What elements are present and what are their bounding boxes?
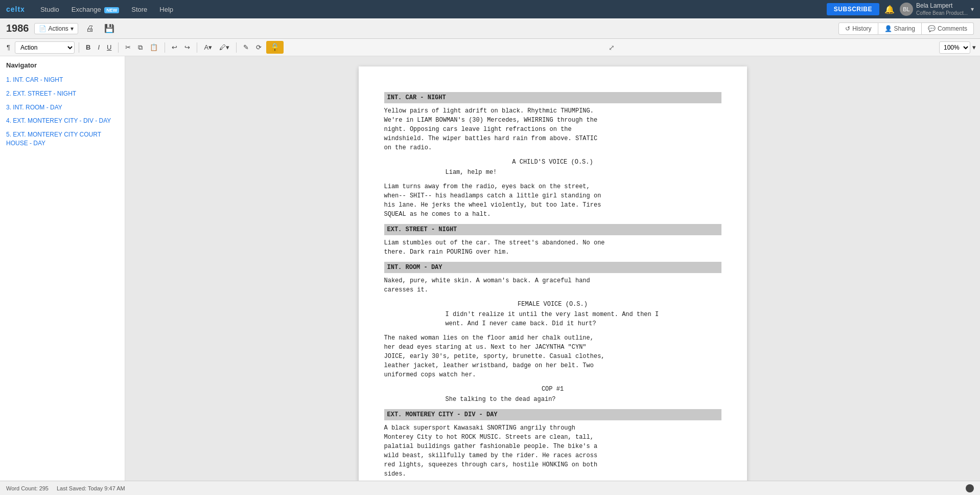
nav-scene-5[interactable]: 5. EXT. MONTEREY CITY COURT HOUSE - DAY [0, 128, 125, 150]
sharing-button[interactable]: 👤 Sharing [878, 22, 922, 35]
doc-bar-right: ↺ History 👤 Sharing 💬 Comments [838, 22, 974, 35]
dialogue-3: She talking to the dead again? [384, 395, 721, 404]
separator-4 [197, 42, 197, 53]
lock-button[interactable]: 🔒 [266, 41, 284, 54]
status-bar: Word Count: 295 Last Saved: Today 9:47 A… [0, 481, 980, 495]
notifications-icon[interactable]: 🔔 [884, 5, 895, 14]
separator-5 [236, 42, 237, 53]
brand-logo: celtx [6, 5, 25, 13]
copy-button[interactable]: ⧉ [135, 42, 145, 53]
nav-menu: Studio Exchange NEW Store Help [35, 4, 827, 15]
italic-button[interactable]: I [95, 42, 102, 53]
top-navigation: celtx Studio Exchange NEW Store Help SUB… [0, 0, 980, 18]
zoom-chevron-icon: ▾ [972, 43, 976, 51]
status-right [966, 484, 974, 492]
nav-scene-4[interactable]: 4. EXT. MONTEREY CITY - DIV - DAY [0, 114, 125, 128]
history-button[interactable]: ↺ History [838, 22, 878, 35]
navigator-panel: Navigator 1. INT. CAR - NIGHT 2. EXT. ST… [0, 56, 125, 481]
paragraph-style-button[interactable]: ¶ [4, 42, 13, 53]
history-icon: ↺ [845, 25, 850, 32]
exchange-badge: NEW [104, 7, 119, 13]
action-text-3b: The naked woman lies on the floor amid h… [384, 333, 721, 379]
expand-button[interactable]: ⤢ [609, 43, 615, 52]
separator-3 [165, 42, 165, 53]
subscribe-button[interactable]: SUBSCRIBE [827, 3, 879, 15]
dialogue-2: I didn't realize it until the very last … [384, 310, 721, 328]
cut-button[interactable]: ✂ [123, 42, 133, 53]
scene-heading-4: EXT. MONTEREY CITY - DIV - DAY [384, 409, 721, 420]
document-title: 1986 [6, 22, 29, 34]
user-dropdown-icon: ▾ [971, 6, 974, 13]
comments-button[interactable]: 💬 Comments [922, 22, 974, 35]
action-text-1: Yellow pairs of light adrift on black. R… [384, 106, 721, 152]
action-text-3: Naked, pure, white skin. A woman's back.… [384, 276, 721, 295]
dialogue-1: Liam, help me! [384, 168, 721, 177]
redo-button[interactable]: ↪ [182, 42, 193, 53]
action-text-4: A black supersport Kawasaki SNORTING ang… [384, 423, 721, 479]
separator-1 [79, 42, 79, 53]
nav-right-section: SUBSCRIBE 🔔 BL Bela Lampert Coffee Bean … [827, 2, 974, 17]
undo-button[interactable]: ↩ [169, 42, 180, 53]
format-select[interactable]: Action Scene Heading Character Dialogue … [15, 41, 75, 54]
save-button[interactable]: 💾 [102, 22, 117, 35]
bold-button[interactable]: B [83, 42, 93, 53]
nav-scene-2[interactable]: 2. EXT. STREET - NIGHT [0, 87, 125, 101]
nav-scene-3[interactable]: 3. INT. ROOM - DAY [0, 101, 125, 115]
avatar: BL [900, 3, 913, 16]
paste-button[interactable]: 📋 [147, 42, 160, 53]
file-icon: 📄 [39, 25, 46, 32]
actions-dropdown[interactable]: 📄 Actions ▾ [34, 23, 78, 34]
status-indicator [966, 484, 974, 492]
sharing-icon: 👤 [884, 25, 892, 32]
text-color-button[interactable]: A▾ [201, 42, 215, 53]
user-subtitle: Coffee Bean Product... [916, 10, 968, 16]
last-saved: Last Saved: Today 9:47 AM [57, 485, 125, 491]
action-text-1b: Liam turns away from the radio, eyes bac… [384, 182, 721, 219]
action-text-2: Liam stumbles out of the car. The street… [384, 238, 721, 257]
user-menu[interactable]: BL Bela Lampert Coffee Bean Product... ▾ [900, 2, 974, 17]
formatting-toolbar: ¶ Action Scene Heading Character Dialogu… [0, 39, 980, 56]
script-area: INT. CAR - NIGHT Yellow pairs of light a… [125, 56, 980, 481]
scene-heading-3: INT. ROOM - DAY [384, 262, 721, 273]
character-name-2: FEMALE VOICE (O.S.) [384, 300, 721, 309]
highlight-button[interactable]: 🖊▾ [217, 42, 232, 53]
nav-exchange[interactable]: Exchange NEW [66, 4, 124, 15]
zoom-select[interactable]: 50% 75% 100% 125% 150% [939, 41, 970, 54]
comments-icon: 💬 [928, 25, 936, 32]
nav-scene-1[interactable]: 1. INT. CAR - NIGHT [0, 73, 125, 87]
comment-inline-button[interactable]: ✎ [241, 42, 251, 53]
underline-button[interactable]: U [104, 42, 114, 53]
script-page[interactable]: INT. CAR - NIGHT Yellow pairs of light a… [359, 66, 747, 481]
scene-heading-2: EXT. STREET - NIGHT [384, 224, 721, 235]
character-name-1: A CHILD'S VOICE (O.S.) [384, 158, 721, 167]
actions-chevron-icon: ▾ [71, 25, 74, 32]
document-bar: 1986 📄 Actions ▾ 🖨 💾 ↺ History 👤 Sharing… [0, 18, 980, 39]
print-button[interactable]: 🖨 [83, 22, 97, 35]
nav-help[interactable]: Help [154, 4, 178, 15]
nav-studio[interactable]: Studio [35, 4, 64, 15]
nav-store[interactable]: Store [126, 4, 152, 15]
actions-label: Actions [49, 25, 68, 32]
scene-heading-1: INT. CAR - NIGHT [384, 92, 721, 103]
user-name: Bela Lampert [916, 2, 968, 10]
word-count-label: Word Count: 295 [6, 485, 49, 491]
separator-2 [118, 42, 119, 53]
character-name-3: COP #1 [384, 385, 721, 394]
main-area: Navigator 1. INT. CAR - NIGHT 2. EXT. ST… [0, 56, 980, 481]
navigator-title: Navigator [0, 56, 125, 73]
revision-button[interactable]: ⟳ [253, 42, 264, 53]
